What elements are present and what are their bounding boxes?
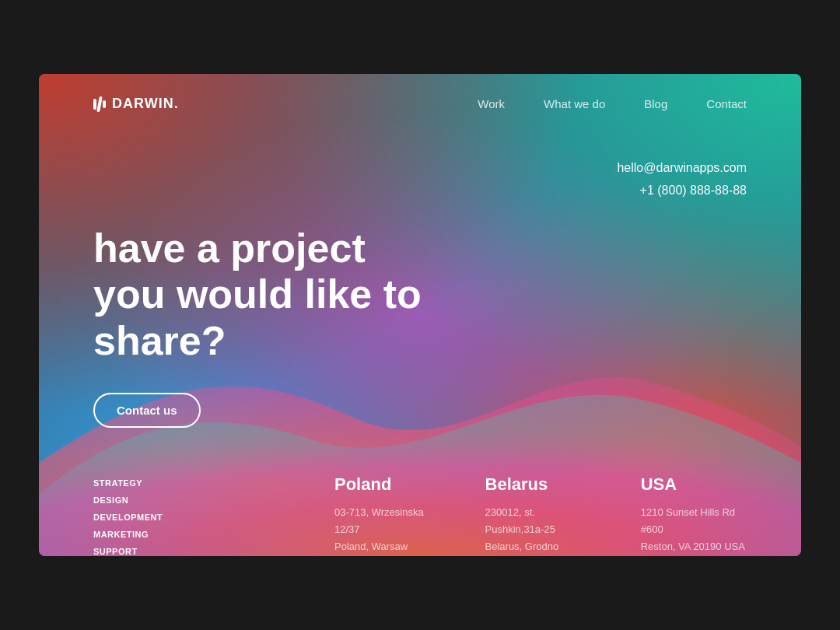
headline-line2: you would like to share? [93,271,422,363]
browser-window: DARWIN. Work What we do Blog Contact [39,74,801,556]
logo-icon [93,96,106,112]
email-link[interactable]: hello@darwinapps.com [93,157,747,180]
location-address: 03-713, Wrzesinska 12/37 Poland, Warsaw [334,504,439,555]
location-country: Poland [334,474,439,495]
main-content: hello@darwinapps.com +1 (800) 888-88-88 … [39,134,801,451]
logo[interactable]: DARWIN. [93,96,179,112]
logo-text: DARWIN. [112,96,179,112]
footer-locations: Poland 03-713, Wrzesinska 12/37 Poland, … [334,474,747,555]
location-country: Belarus [485,474,594,495]
service-item: DESIGN [93,492,233,509]
nav-links: Work What we do Blog Contact [478,97,747,111]
service-item: STRATEGY [93,474,233,492]
location-belarus: Belarus 230012, st. Pushkin,31a-25 Belar… [485,474,594,555]
location-poland: Poland 03-713, Wrzesinska 12/37 Poland, … [334,474,439,555]
location-address: 1210 Sunset Hills Rd #600 Reston, VA 201… [641,504,747,555]
service-item: MARKETING [93,526,233,543]
footer: STRATEGY DESIGN DEVELOPMENT MARKETING SU… [39,451,801,556]
nav-item-contact[interactable]: Contact [706,97,747,111]
navigation: DARWIN. Work What we do Blog Contact [39,74,801,134]
location-address: 230012, st. Pushkin,31a-25 Belarus, Grod… [485,504,594,555]
contact-info: hello@darwinapps.com +1 (800) 888-88-88 [93,157,747,202]
location-country: USA [641,474,747,495]
location-usa: USA 1210 Sunset Hills Rd #600 Reston, VA… [641,474,747,555]
service-item: SUPPORT [93,543,233,556]
services-list: STRATEGY DESIGN DEVELOPMENT MARKETING SU… [93,474,233,556]
contact-us-button[interactable]: Contact us [93,393,201,428]
nav-item-what-we-do[interactable]: What we do [544,97,605,111]
headline: have a project you would like to share? [93,226,560,365]
nav-item-blog[interactable]: Blog [644,97,667,111]
service-item: DEVELOPMENT [93,509,233,526]
nav-item-work[interactable]: Work [478,97,505,111]
headline-line1: have a project [93,226,366,271]
phone-link[interactable]: +1 (800) 888-88-88 [93,180,747,202]
footer-services: STRATEGY DESIGN DEVELOPMENT MARKETING SU… [93,474,233,556]
